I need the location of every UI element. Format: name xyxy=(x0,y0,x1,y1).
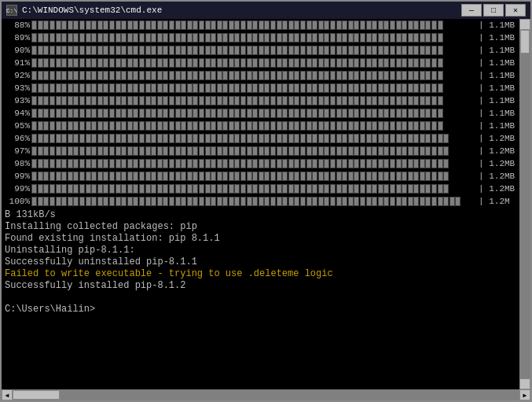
progress-bar-container xyxy=(31,120,475,131)
progress-pct-label: 99% xyxy=(2,171,31,181)
progress-bar-container xyxy=(31,108,475,119)
progress-pct-label: 93% xyxy=(2,96,31,105)
progress-row: 96%| 1.2MB xyxy=(2,132,530,145)
h-scroll-track[interactable] xyxy=(13,389,519,400)
progress-pct-label: 92% xyxy=(2,71,31,80)
scroll-thumb[interactable] xyxy=(520,30,530,53)
vertical-scrollbar[interactable]: ▲ ▼ xyxy=(519,19,530,389)
console-line: Successfully installed pip-8.1.2 xyxy=(5,280,527,292)
progress-row: 89%| 1.1MB 25 xyxy=(2,31,530,44)
progress-bar-container xyxy=(31,83,475,94)
progress-row: 99%| 1.2MB xyxy=(2,170,530,183)
title-bar: C:\ C:\WINDOWS\system32\cmd.exe — □ ✕ xyxy=(2,2,530,19)
progress-row: 90%| 1.1MB 23 xyxy=(2,44,530,57)
progress-bar-container xyxy=(31,32,475,43)
horizontal-scrollbar[interactable]: ◀ ▶ xyxy=(2,389,530,400)
progress-pct-label: 91% xyxy=(2,58,31,68)
progress-row: 98%| 1.2MB xyxy=(2,157,530,170)
progress-bar-container xyxy=(31,171,475,182)
progress-row: 92%| 1.1MB 2 xyxy=(2,69,530,82)
progress-row: 91%| 1.1MB 2 xyxy=(2,57,530,69)
progress-bar-container xyxy=(31,70,475,81)
progress-bar-container xyxy=(31,183,475,194)
progress-row: 95%| 1.1MB xyxy=(2,120,530,132)
console-line: B 131kB/s xyxy=(5,209,527,221)
progress-pct-label: 89% xyxy=(2,33,31,42)
console-line: Failed to write executable - trying to u… xyxy=(5,268,527,280)
progress-pct-label: 93% xyxy=(2,83,31,93)
progress-bar-container xyxy=(31,133,475,144)
console-line: Found existing installation: pip 8.1.1 xyxy=(5,233,527,245)
progress-pct-label: 99% xyxy=(2,184,31,194)
title-bar-left: C:\ C:\WINDOWS\system32\cmd.exe xyxy=(6,5,162,16)
progress-row: 88%| 1.1MB 21 xyxy=(2,19,530,31)
scroll-right-arrow[interactable]: ▶ xyxy=(519,389,530,400)
progress-pct-label: 98% xyxy=(2,159,31,168)
text-output: B 131kB/sInstalling collected packages: … xyxy=(2,208,530,317)
console-line: Uninstalling pip-8.1.1: xyxy=(5,245,527,256)
console-line: Installing collected packages: pip xyxy=(5,221,527,233)
progress-row: 100%| 1.2M xyxy=(2,195,530,208)
title-bar-controls: — □ ✕ xyxy=(461,4,526,17)
cmd-window: C:\ C:\WINDOWS\system32\cmd.exe — □ ✕ 88… xyxy=(0,0,532,402)
progress-pct-label: 94% xyxy=(2,109,31,118)
progress-row: 99%| 1.2MB xyxy=(2,183,530,195)
scroll-track[interactable] xyxy=(519,30,530,378)
progress-bar-container xyxy=(31,146,475,157)
progress-pct-label: 88% xyxy=(2,20,31,30)
console-line xyxy=(5,292,527,304)
progress-pct-label: 90% xyxy=(2,46,31,55)
h-scroll-thumb[interactable] xyxy=(13,390,60,400)
minimize-button[interactable]: — xyxy=(461,4,482,17)
cmd-icon: C:\ xyxy=(6,5,17,16)
progress-bar-container xyxy=(31,95,475,106)
progress-bar-container xyxy=(31,20,475,31)
progress-pct-label: 97% xyxy=(2,146,31,156)
scroll-left-arrow[interactable]: ◀ xyxy=(2,389,13,400)
console-line: C:\Users\Hailin> xyxy=(5,304,527,315)
window-title: C:\WINDOWS\system32\cmd.exe xyxy=(22,6,162,15)
progress-row: 93%| 1.1MB 2 xyxy=(2,82,530,94)
progress-bar-container xyxy=(31,45,475,56)
progress-bar-container xyxy=(31,57,475,68)
progress-pct-label: 100% xyxy=(2,197,31,206)
maximize-button[interactable]: □ xyxy=(483,4,504,17)
progress-bar-container xyxy=(31,158,475,169)
scroll-down-arrow[interactable]: ▼ xyxy=(519,378,530,389)
progress-area: 88%| 1.1MB 2189%| 1.1MB 2590%| 1.1MB 239… xyxy=(2,19,530,208)
progress-row: 97%| 1.2MB xyxy=(2,145,530,157)
progress-bar-container xyxy=(31,196,475,207)
progress-row: 93%| 1.1MB 2 xyxy=(2,94,530,107)
progress-row: 94%| 1.1MB xyxy=(2,107,530,120)
console-area: 88%| 1.1MB 2189%| 1.1MB 2590%| 1.1MB 239… xyxy=(2,19,530,389)
progress-pct-label: 96% xyxy=(2,134,31,143)
scroll-up-arrow[interactable]: ▲ xyxy=(519,19,530,30)
close-button[interactable]: ✕ xyxy=(505,4,526,17)
console-line: Successfully uninstalled pip-8.1.1 xyxy=(5,256,527,268)
progress-pct-label: 95% xyxy=(2,121,31,131)
